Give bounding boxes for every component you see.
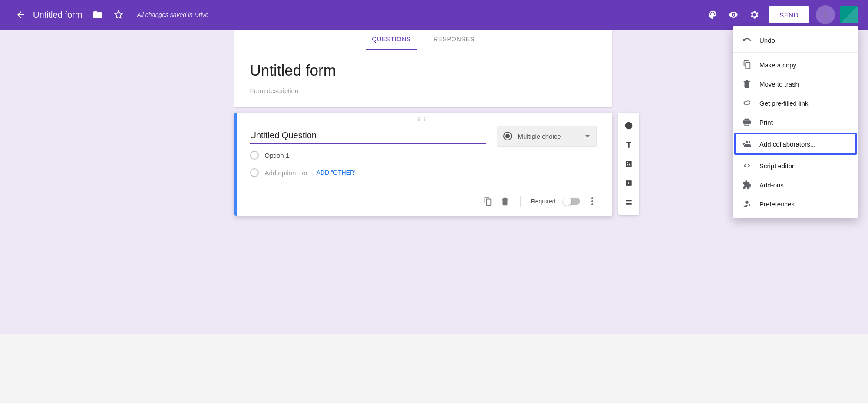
app-header: Untitled form All changes saved in Drive… xyxy=(0,0,868,30)
document-title[interactable]: Untitled form xyxy=(33,10,82,20)
copy-icon xyxy=(742,60,752,70)
add-question-button[interactable] xyxy=(618,116,639,135)
menu-label: Script editor xyxy=(759,162,794,170)
text-icon xyxy=(624,140,633,149)
code-icon xyxy=(742,161,752,170)
menu-item-add-collaborators[interactable]: Add collaborators... xyxy=(734,133,857,155)
menu-label: Add collaborators... xyxy=(759,140,815,148)
question-title-input[interactable]: Untitled Question xyxy=(250,129,486,144)
send-button[interactable]: SEND xyxy=(769,6,809,23)
caret-down-icon xyxy=(585,135,590,137)
add-option-row[interactable]: Add option or ADD "OTHER" xyxy=(250,164,597,181)
plus-circle-icon xyxy=(624,121,633,130)
add-title-desc-button[interactable] xyxy=(618,135,639,154)
duplicate-button[interactable] xyxy=(483,197,492,206)
menu-item-undo[interactable]: Undo xyxy=(733,30,858,50)
menu-label: Print xyxy=(759,119,773,126)
print-icon xyxy=(742,117,752,127)
link-icon xyxy=(742,98,752,108)
menu-label: Move to trash xyxy=(759,80,799,88)
menu-label: Make a copy xyxy=(759,61,796,69)
add-video-button[interactable] xyxy=(618,173,639,193)
settings-button[interactable] xyxy=(744,4,765,25)
more-vert-icon xyxy=(821,11,830,19)
theme-button[interactable] xyxy=(702,4,723,25)
menu-item-script-editor[interactable]: Script editor xyxy=(733,156,858,175)
section-icon xyxy=(624,198,633,206)
form-title-input[interactable]: Untitled form xyxy=(250,62,597,79)
arrow-left-icon xyxy=(16,10,26,20)
tab-questions[interactable]: QUESTIONS xyxy=(366,30,417,50)
side-tools-palette xyxy=(618,113,639,215)
move-to-folder-button[interactable] xyxy=(87,4,108,25)
question-type-select[interactable]: Multiple choice xyxy=(497,126,597,147)
puzzle-icon xyxy=(742,180,752,190)
question-card[interactable]: ⠿⠿ Untitled Question Multiple choice Opt… xyxy=(234,113,612,216)
add-collaborator-icon xyxy=(742,139,752,149)
image-icon xyxy=(624,160,633,168)
required-toggle[interactable] xyxy=(564,198,580,205)
trash-icon xyxy=(742,79,752,89)
form-header-card: QUESTIONS RESPONSES Untitled form Form d… xyxy=(234,30,612,107)
more-overflow-button[interactable] xyxy=(816,5,835,24)
palette-icon xyxy=(707,10,718,20)
tab-bar: QUESTIONS RESPONSES xyxy=(234,30,612,50)
delete-button[interactable] xyxy=(500,197,510,206)
account-avatar[interactable] xyxy=(840,6,858,23)
menu-label: Preferences... xyxy=(759,200,800,208)
menu-item-addons[interactable]: Add-ons... xyxy=(733,175,858,194)
overflow-menu: Undo Make a copy Move to trash Get pre-f… xyxy=(733,26,858,218)
option-row-1[interactable]: Option 1 xyxy=(250,147,597,164)
question-toolbar: Required xyxy=(250,194,597,211)
add-image-button[interactable] xyxy=(618,154,639,173)
add-section-button[interactable] xyxy=(618,193,639,212)
preferences-icon xyxy=(742,199,752,209)
menu-item-make-copy[interactable]: Make a copy xyxy=(733,55,858,74)
gear-icon xyxy=(749,10,759,20)
menu-label: Undo xyxy=(759,37,775,44)
required-label: Required xyxy=(531,198,556,205)
preview-button[interactable] xyxy=(723,4,744,25)
menu-label: Add-ons... xyxy=(759,181,789,189)
option-label[interactable]: Option 1 xyxy=(265,152,290,159)
eye-icon xyxy=(728,10,739,20)
question-type-label: Multiple choice xyxy=(518,133,579,140)
tab-responses[interactable]: RESPONSES xyxy=(427,30,481,50)
radio-unchecked-icon xyxy=(250,151,259,160)
star-button[interactable] xyxy=(108,4,129,25)
save-status: All changes saved in Drive xyxy=(137,11,208,18)
menu-label: Get pre-filled link xyxy=(759,100,809,107)
form-description-input[interactable]: Form description xyxy=(250,87,597,94)
back-arrow-button[interactable] xyxy=(10,4,31,25)
or-text: or xyxy=(302,169,307,177)
menu-item-print[interactable]: Print xyxy=(733,113,858,132)
add-other-button[interactable]: ADD "OTHER" xyxy=(317,169,356,176)
question-more-button[interactable] xyxy=(588,197,597,205)
radio-checked-icon xyxy=(503,132,512,140)
folder-icon xyxy=(92,10,103,20)
menu-item-prefilled-link[interactable]: Get pre-filled link xyxy=(733,93,858,113)
radio-unchecked-icon xyxy=(250,168,259,177)
menu-item-preferences[interactable]: Preferences... xyxy=(733,194,858,213)
drag-handle-icon[interactable]: ⠿⠿ xyxy=(250,117,597,123)
star-icon xyxy=(113,10,124,20)
undo-icon xyxy=(742,35,752,45)
menu-item-move-to-trash[interactable]: Move to trash xyxy=(733,74,858,93)
add-option-placeholder[interactable]: Add option xyxy=(265,169,296,177)
video-icon xyxy=(624,179,633,187)
